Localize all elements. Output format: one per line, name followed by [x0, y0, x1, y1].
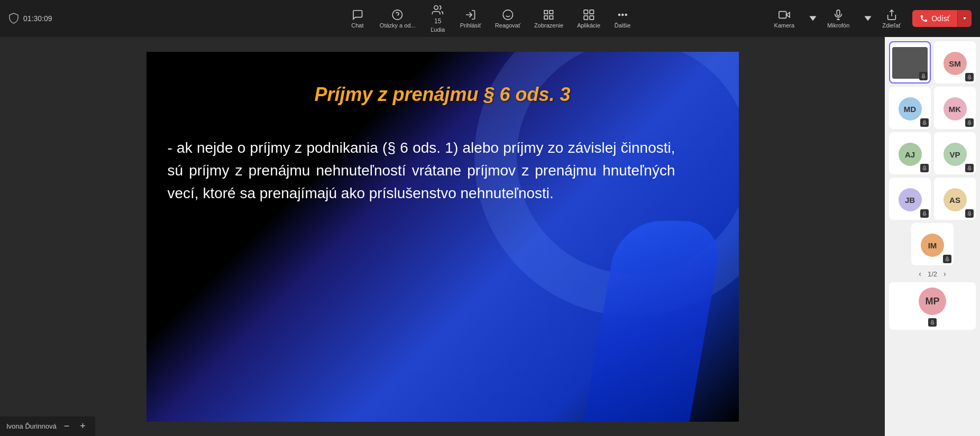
mic-small-icon8 [967, 211, 972, 216]
topbar: 01:30:09 Chat Otázky a od... 15 Ľ [0, 0, 980, 37]
mic-small-icon10 [930, 320, 935, 325]
next-page-button[interactable]: › [941, 268, 948, 279]
minus-button[interactable]: − [61, 420, 73, 433]
svg-rect-21 [969, 166, 970, 169]
participant-card-vp: VP [934, 132, 976, 174]
svg-rect-8 [590, 10, 593, 13]
prev-page-button[interactable]: ‹ [917, 268, 923, 279]
mic-small-icon2 [967, 75, 972, 80]
avatar-vp: VP [944, 143, 967, 166]
svg-rect-5 [544, 15, 547, 18]
participants-sidebar: SM MD MK [885, 37, 980, 436]
bottom-participant-panel: MP [889, 282, 976, 330]
svg-point-12 [622, 14, 624, 15]
avatar-aj: AJ [899, 143, 922, 166]
participant-row-2: MD MK [889, 87, 976, 129]
share-button[interactable]: Zdieľať [877, 7, 906, 31]
mic-small-icon7 [922, 211, 927, 216]
more-button[interactable]: Ďalšie [609, 7, 636, 31]
chevron-down-icon [807, 13, 819, 24]
react-button[interactable]: Reagovať [490, 7, 526, 31]
people-icon [432, 4, 444, 16]
svg-rect-3 [544, 10, 547, 13]
svg-rect-20 [924, 166, 926, 169]
login-button[interactable]: Prihlásiť [455, 7, 487, 31]
leave-btn-group: Odísť [912, 10, 972, 27]
apps-button[interactable]: Aplikácie [572, 7, 606, 31]
participant-row-1: SM [889, 41, 976, 84]
mic-small-icon5 [922, 165, 927, 171]
mic-small-icon3 [922, 120, 927, 125]
topbar-right: Kamera Mikrofón Zdieľať [769, 7, 972, 31]
svg-point-0 [393, 10, 402, 19]
sm-mic-icon [965, 73, 974, 81]
avatar-jb: JB [899, 188, 922, 211]
svg-rect-24 [947, 257, 948, 259]
svg-point-13 [625, 14, 627, 15]
participant-row-3: AJ VP [889, 132, 976, 174]
participant-row-4: JB AS [889, 178, 976, 220]
avatar-im: IM [921, 234, 944, 257]
md-mic-icon [920, 118, 929, 127]
svg-rect-6 [549, 15, 553, 18]
participant-card-md: MD [889, 87, 931, 129]
slide-container: Príjmy z prenájmu § 6 ods. 3 - ak nejde … [146, 52, 739, 422]
participant-row-5: IM [889, 223, 976, 265]
timer-display: 01:30:09 [23, 14, 52, 23]
avatar-mp: MP [919, 287, 946, 315]
svg-rect-9 [584, 15, 588, 19]
svg-rect-4 [549, 10, 553, 13]
im-mic-icon [943, 255, 951, 263]
chevron-down-icon3 [962, 16, 967, 21]
svg-rect-10 [590, 15, 593, 19]
qa-button[interactable]: Otázky a od... [374, 7, 421, 31]
phone-icon [920, 14, 928, 23]
mic-small-icon6 [967, 165, 972, 171]
share-icon [886, 9, 897, 21]
participant-card-sm: SM [934, 41, 976, 84]
aj-mic-icon [920, 164, 929, 172]
svg-rect-14 [779, 11, 786, 18]
svg-rect-7 [584, 10, 588, 13]
chat-button[interactable]: Chat [344, 7, 371, 31]
mic-dropdown[interactable] [857, 11, 875, 26]
participant-card-mk: MK [934, 87, 976, 129]
jb-mic-icon [920, 209, 929, 218]
camera-button[interactable]: Kamera [769, 7, 800, 31]
svg-point-11 [618, 14, 620, 15]
people-button[interactable]: 15 Ľudia [424, 2, 452, 35]
slide-area: Príjmy z prenájmu § 6 ods. 3 - ak nejde … [0, 37, 885, 436]
avatar-sm: SM [944, 52, 967, 75]
more-icon [617, 9, 628, 21]
svg-rect-17 [969, 75, 970, 78]
svg-rect-15 [837, 10, 840, 15]
mic-button[interactable]: Mikrofón [822, 7, 855, 31]
participant-pagination: ‹ 1/2 › [889, 268, 976, 279]
avatar-as: AS [944, 188, 967, 211]
mic-small-icon [921, 73, 926, 79]
react-icon [502, 9, 514, 21]
participant-card-im: IM [911, 223, 954, 265]
leave-button[interactable]: Odísť [912, 10, 957, 27]
qa-icon [392, 9, 404, 21]
camera-dropdown[interactable] [802, 11, 820, 26]
as-mic-icon [965, 209, 974, 218]
topbar-nav: Chat Otázky a od... 15 Ľudia Prihlá [344, 2, 636, 35]
svg-rect-18 [924, 120, 926, 123]
mk-mic-icon [965, 118, 974, 127]
participant-card-as: AS [934, 178, 976, 220]
presenter-mic-icon [919, 72, 928, 80]
leave-dropdown[interactable] [957, 10, 972, 27]
presenter-name: Ivona Ďurinnová [6, 422, 57, 430]
participant-card-presenter [889, 41, 931, 84]
svg-rect-22 [924, 211, 926, 214]
mp-mic-icon [928, 318, 937, 327]
mic-small-icon9 [945, 256, 950, 262]
slide-title: Príjmy z prenájmu § 6 ods. 3 [146, 84, 739, 106]
add-button[interactable]: + [77, 420, 89, 433]
svg-rect-23 [969, 211, 970, 214]
apps-icon [583, 9, 594, 21]
participant-card-aj: AJ [889, 132, 931, 174]
view-button[interactable]: Zobrazenie [529, 7, 569, 31]
avatar-md: MD [899, 97, 922, 120]
